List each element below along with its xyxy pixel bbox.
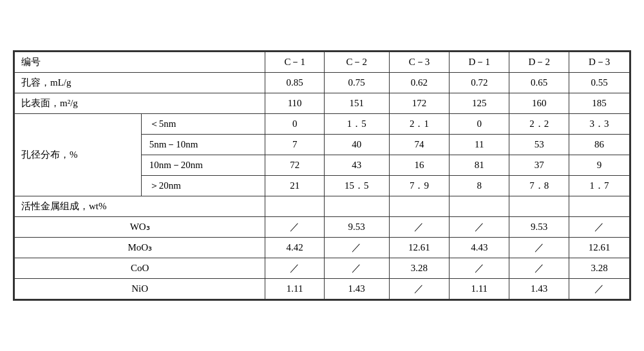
row-pore2-d1: 11 bbox=[450, 135, 509, 155]
row-moo3-c3: 12.61 bbox=[389, 238, 450, 258]
row-pore4-sublabel: ＞20nm bbox=[141, 176, 265, 196]
row-moo3-c2: ／ bbox=[324, 238, 389, 258]
row-coo-d3: 3.28 bbox=[569, 258, 630, 279]
row-active-c2-empty bbox=[324, 196, 389, 217]
row-pore1-c2: 1．5 bbox=[324, 114, 389, 135]
row-pore3-c3: 16 bbox=[389, 155, 450, 176]
header-c1: C－1 bbox=[265, 52, 324, 73]
row-kongrong-c3: 0.62 bbox=[389, 73, 450, 93]
row-nio-c1: 1.11 bbox=[265, 279, 324, 299]
row-pore1-d1: 0 bbox=[450, 114, 509, 135]
row-kongrong-d2: 0.65 bbox=[509, 73, 569, 93]
row-bibiaomin-c2: 151 bbox=[324, 93, 389, 114]
row-pore3-d2: 37 bbox=[509, 155, 569, 176]
header-d3: D－3 bbox=[569, 52, 630, 73]
header-c2: C－2 bbox=[324, 52, 389, 73]
row-bibiaomin-c3: 172 bbox=[389, 93, 450, 114]
row-bibiaomin-d2: 160 bbox=[509, 93, 569, 114]
row-pore3-c2: 43 bbox=[324, 155, 389, 176]
row-nio-d3: ／ bbox=[569, 279, 630, 299]
row-pore2-d3: 86 bbox=[569, 135, 630, 155]
row-wo3-d1: ／ bbox=[450, 217, 509, 238]
row-moo3-d2: ／ bbox=[509, 238, 569, 258]
row-pore4-c2: 15．5 bbox=[324, 176, 389, 196]
row-active-d2-empty bbox=[509, 196, 569, 217]
row-pore4-d3: 1．7 bbox=[569, 176, 630, 196]
row-pore2-c3: 74 bbox=[389, 135, 450, 155]
row-bibiaomin-d1: 125 bbox=[450, 93, 509, 114]
row-coo-d2: ／ bbox=[509, 258, 569, 279]
row-kongrong-c2: 0.75 bbox=[324, 73, 389, 93]
row-pore3-d1: 81 bbox=[450, 155, 509, 176]
row-moo3-d3: 12.61 bbox=[569, 238, 630, 258]
row-pore4-d2: 7．8 bbox=[509, 176, 569, 196]
row-coo-d1: ／ bbox=[450, 258, 509, 279]
row-nio-c3: ／ bbox=[389, 279, 450, 299]
row-bibiaomin-label: 比表面，m²/g bbox=[15, 93, 265, 114]
row-wo3-c1: ／ bbox=[265, 217, 324, 238]
row-active-d1-empty bbox=[450, 196, 509, 217]
row-bibiaomin-c1: 110 bbox=[265, 93, 324, 114]
row-pore1-d3: 3．3 bbox=[569, 114, 630, 135]
row-pore2-c2: 40 bbox=[324, 135, 389, 155]
row-pore4-c1: 21 bbox=[265, 176, 324, 196]
row-pore1-c1: 0 bbox=[265, 114, 324, 135]
row-kongrong-label: 孔容，mL/g bbox=[15, 73, 265, 93]
main-table: 编号 C－1 C－2 C－3 D－1 D－2 D－3 孔容，mL/g 0.85 … bbox=[13, 50, 631, 301]
row-wo3-d3: ／ bbox=[569, 217, 630, 238]
row-nio-d2: 1.43 bbox=[509, 279, 569, 299]
row-moo3-label: MoO₃ bbox=[15, 238, 265, 258]
row-bibiaomin-d3: 185 bbox=[569, 93, 630, 114]
row-kongrong-d1: 0.72 bbox=[450, 73, 509, 93]
row-active-label: 活性金属组成，wt% bbox=[15, 196, 265, 217]
row-pore1-c3: 2．1 bbox=[389, 114, 450, 135]
row-pore1-sublabel: ＜5nm bbox=[141, 114, 265, 135]
row-wo3-c2: 9.53 bbox=[324, 217, 389, 238]
row-kongrong-c1: 0.85 bbox=[265, 73, 324, 93]
row-coo-label: CoO bbox=[15, 258, 265, 279]
row-kongjing-label: 孔径分布，% bbox=[15, 114, 142, 196]
row-coo-c2: ／ bbox=[324, 258, 389, 279]
row-wo3-label: WO₃ bbox=[15, 217, 265, 238]
row-active-c3-empty bbox=[389, 196, 450, 217]
row-kongrong-d3: 0.55 bbox=[569, 73, 630, 93]
row-wo3-d2: 9.53 bbox=[509, 217, 569, 238]
row-pore2-d2: 53 bbox=[509, 135, 569, 155]
row-active-d3-empty bbox=[569, 196, 630, 217]
header-d2: D－2 bbox=[509, 52, 569, 73]
row-coo-c1: ／ bbox=[265, 258, 324, 279]
row-pore2-c1: 7 bbox=[265, 135, 324, 155]
row-nio-d1: 1.11 bbox=[450, 279, 509, 299]
header-bianhao: 编号 bbox=[15, 52, 265, 73]
row-pore4-d1: 8 bbox=[450, 176, 509, 196]
header-c3: C－3 bbox=[389, 52, 450, 73]
row-pore3-sublabel: 10nm－20nm bbox=[141, 155, 265, 176]
row-pore3-d3: 9 bbox=[569, 155, 630, 176]
row-active-c1-empty bbox=[265, 196, 324, 217]
row-nio-c2: 1.43 bbox=[324, 279, 389, 299]
row-nio-label: NiO bbox=[15, 279, 265, 299]
row-wo3-c3: ／ bbox=[389, 217, 450, 238]
row-pore3-c1: 72 bbox=[265, 155, 324, 176]
row-moo3-c1: 4.42 bbox=[265, 238, 324, 258]
row-pore1-d2: 2．2 bbox=[509, 114, 569, 135]
row-coo-c3: 3.28 bbox=[389, 258, 450, 279]
row-pore2-sublabel: 5nm－10nm bbox=[141, 135, 265, 155]
row-moo3-d1: 4.43 bbox=[450, 238, 509, 258]
header-d1: D－1 bbox=[450, 52, 509, 73]
row-pore4-c3: 7．9 bbox=[389, 176, 450, 196]
